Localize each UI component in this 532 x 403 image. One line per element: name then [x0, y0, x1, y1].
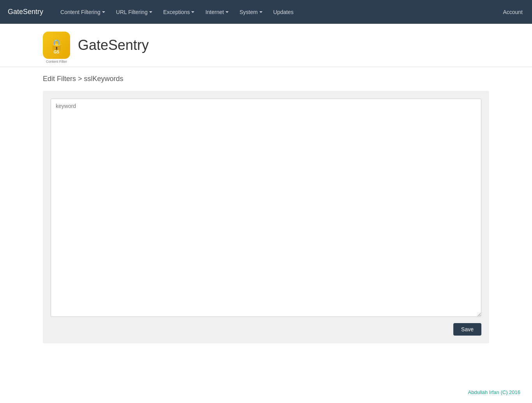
app-header: 🔒 GS Content Filter Content Filter GateS…	[0, 24, 532, 67]
chevron-down-icon	[259, 11, 262, 13]
nav-label-url-filtering: URL Filtering	[116, 9, 148, 15]
nav-link-updates[interactable]: Updates	[268, 0, 299, 24]
nav-label-content-filtering: Content Filtering	[60, 9, 100, 15]
form-actions: Save	[51, 323, 481, 336]
nav-link-internet[interactable]: Internet	[200, 0, 234, 24]
keyword-textarea[interactable]	[51, 99, 481, 317]
form-panel: Save	[43, 91, 489, 343]
nav-item-exceptions[interactable]: Exceptions	[158, 0, 200, 24]
footer-text: Abdullah Irfan (C) 2016	[468, 389, 520, 395]
nav-label-internet: Internet	[205, 9, 224, 15]
navbar-brand[interactable]: GateSentry	[8, 8, 43, 16]
chevron-down-icon	[191, 11, 194, 13]
nav-link-exceptions[interactable]: Exceptions	[158, 0, 200, 24]
account-nav-link[interactable]: Account	[503, 9, 524, 15]
breadcrumb: Edit Filters > sslKeywords	[43, 75, 123, 83]
main-content: Save	[0, 87, 532, 351]
nav-item-content-filtering[interactable]: Content Filtering	[55, 0, 111, 24]
nav-label-system: System	[240, 9, 258, 15]
logo-container: 🔒 GS Content Filter Content Filter	[43, 32, 70, 59]
chevron-down-icon	[149, 11, 152, 13]
lock-icon: 🔒	[50, 40, 63, 51]
footer: Abdullah Irfan (C) 2016	[468, 389, 520, 395]
nav-link-url-filtering[interactable]: URL Filtering	[111, 0, 158, 24]
app-logo: 🔒 GS Content Filter	[43, 32, 70, 59]
nav-item-internet[interactable]: Internet	[200, 0, 234, 24]
nav-label-updates: Updates	[273, 9, 294, 15]
nav-item-url-filtering[interactable]: URL Filtering	[111, 0, 158, 24]
navbar: GateSentry Content Filtering URL Filteri…	[0, 0, 532, 24]
save-button[interactable]: Save	[453, 323, 481, 336]
app-title: GateSentry	[78, 37, 149, 53]
nav-item-updates[interactable]: Updates	[268, 0, 299, 24]
logo-content-filter-label: Content Filter	[43, 60, 70, 64]
chevron-down-icon	[225, 11, 229, 13]
account-menu[interactable]: Account	[503, 9, 524, 15]
chevron-down-icon	[102, 11, 105, 13]
logo-letters: GS	[54, 50, 59, 54]
nav-link-content-filtering[interactable]: Content Filtering	[55, 0, 111, 24]
nav-link-system[interactable]: System	[234, 0, 268, 24]
nav-label-exceptions: Exceptions	[163, 9, 190, 15]
breadcrumb-section: Edit Filters > sslKeywords	[0, 67, 532, 87]
nav-item-system[interactable]: System	[234, 0, 268, 24]
nav-menu: Content Filtering URL Filtering Exceptio…	[55, 0, 503, 24]
account-label: Account	[503, 9, 523, 15]
